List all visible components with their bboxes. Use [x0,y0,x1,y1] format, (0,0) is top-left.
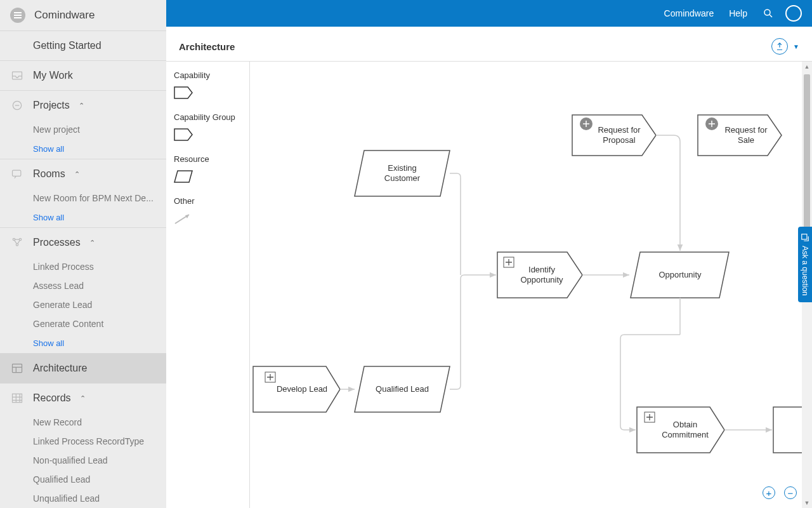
sidebar-item-label: Processes [33,237,81,248]
sidebar-show-all-processes[interactable]: Show all [0,333,166,353]
sidebar-header: Comindware [0,0,166,30]
sidebar-item-rooms[interactable]: Rooms ⌃ [0,159,166,189]
sidebar-item-processes[interactable]: Processes ⌃ [0,228,166,257]
sidebar-item-architecture[interactable]: Architecture [0,354,166,383]
svg-point-3 [13,238,15,240]
records-icon [10,391,24,405]
node-label: Existing [388,163,417,173]
main: Architecture ▼ Capability Capability Gro… [166,27,812,508]
node-request-proposal[interactable]: Request for Proposal [572,115,656,156]
svg-point-8 [764,10,770,15]
help-link[interactable]: Help [729,8,747,18]
sidebar-item-records[interactable]: Records ⌃ [0,384,166,413]
svg-marker-10 [174,129,192,140]
svg-rect-7 [13,394,22,402]
node-label: Qualified Lead [376,384,429,394]
chevron-up-icon: ⌃ [74,170,80,178]
zoom-out-button[interactable]: − [784,486,797,499]
edge [656,135,680,251]
sidebar: Comindware Getting Started My Work Proje… [0,0,166,508]
sidebar-item-my-work[interactable]: My Work [0,61,166,90]
palette-label-resource: Resource [174,154,242,164]
connector-shape[interactable] [174,212,242,227]
export-button[interactable]: ▼ [771,38,799,55]
page-title: Architecture [179,41,235,52]
node-obtain-commitment[interactable]: Obtain Commitment [637,407,724,453]
node-request-sale[interactable]: Request for Sale [698,115,782,156]
diagram-canvas[interactable]: Existing Customer Develop Lead Qualified… [250,62,812,508]
svg-rect-0 [13,72,22,79]
diagram-svg: Existing Customer Develop Lead Qualified… [250,62,808,508]
node-identify-opportunity[interactable]: Identify Opportunity [497,252,582,298]
process-icon [10,236,24,250]
sidebar-subitem-generate-lead[interactable]: Generate Lead [0,295,166,314]
svg-marker-11 [174,171,192,182]
search-icon[interactable] [763,8,774,19]
svg-point-5 [16,244,18,246]
node-label: Request for [598,125,641,135]
sidebar-subitem-unqualified-lead[interactable]: Unqualified Lead [0,489,166,508]
node-label: Obtain [673,420,697,429]
app-title: Comindware [34,9,95,22]
avatar[interactable] [785,5,802,22]
chevron-up-icon: ⌃ [89,239,95,247]
svg-point-4 [19,238,21,240]
scroll-down-icon[interactable]: ▼ [802,498,812,508]
palette-label-capability: Capability [174,70,242,80]
sidebar-subitem-linked-process[interactable]: Linked Process [0,257,166,276]
node-label: Proposal [603,135,635,145]
sidebar-item-label: My Work [33,70,73,81]
node-develop-lead[interactable]: Develop Lead [253,366,340,412]
sidebar-subitem-linked-record-type[interactable]: Linked Process RecordType [0,432,166,451]
topbar-brand[interactable]: Comindware [664,8,714,18]
sidebar-show-all-rooms[interactable]: Show all [0,208,166,227]
edge [450,173,461,275]
sidebar-subitem-new-record[interactable]: New Record [0,413,166,432]
blank-icon [10,39,24,53]
sidebar-item-projects[interactable]: Projects ⌃ [0,91,166,120]
sidebar-item-label: Projects [33,100,70,111]
node-label: Commitment [662,430,709,439]
svg-marker-9 [174,87,192,98]
sidebar-subitem-assess-lead[interactable]: Assess Lead [0,276,166,295]
svg-rect-6 [13,364,22,372]
svg-rect-27 [802,234,807,239]
sidebar-item-label: Rooms [33,168,65,180]
edge [450,275,496,389]
scroll-up-icon[interactable]: ▲ [802,62,812,72]
chevron-up-icon: ⌃ [79,102,84,110]
content-header: Architecture ▼ [166,27,812,62]
menu-toggle-icon[interactable] [10,8,25,23]
chat-icon [10,167,24,181]
ask-question-tab[interactable]: Ask a question [798,227,812,302]
chevron-down-icon: ▼ [793,43,799,50]
node-label: Sale [738,135,754,145]
svg-rect-2 [13,170,21,176]
sidebar-subitem-new-project[interactable]: New project [0,120,166,139]
topbar: Comindware Help [166,0,812,27]
sidebar-show-all-projects[interactable]: Show all [0,139,166,159]
node-label: Opportunity [520,275,563,284]
capability-group-shape[interactable] [174,128,242,143]
node-existing-customer[interactable]: Existing Customer [355,150,450,196]
chevron-up-icon: ⌃ [80,394,86,403]
palette-label-capability-group: Capability Group [174,112,242,122]
resource-shape[interactable] [174,170,242,185]
zoom-controls: + − [763,486,797,499]
architecture-icon [10,361,24,375]
node-qualified-lead[interactable]: Qualified Lead [355,366,450,412]
capability-shape[interactable] [174,86,242,101]
sidebar-subitem-new-room[interactable]: New Room for BPM Next De... [0,189,166,208]
sidebar-item-getting-started[interactable]: Getting Started [0,31,166,60]
sidebar-subitem-qualified-lead[interactable]: Qualified Lead [0,470,166,489]
sidebar-item-label: Architecture [33,363,87,374]
sidebar-subitem-generate-content[interactable]: Generate Content [0,314,166,333]
sidebar-item-label: Records [33,392,71,404]
ask-question-label: Ask a question [801,246,809,296]
palette-label-other: Other [174,196,242,206]
node-label: Opportunity [658,270,702,279]
sidebar-subitem-non-qualified-lead[interactable]: Non-qualified Lead [0,451,166,470]
shape-palette: Capability Capability Group Resource Oth… [166,62,250,508]
zoom-in-button[interactable]: + [763,486,775,499]
node-opportunity[interactable]: Opportunity [631,252,729,298]
